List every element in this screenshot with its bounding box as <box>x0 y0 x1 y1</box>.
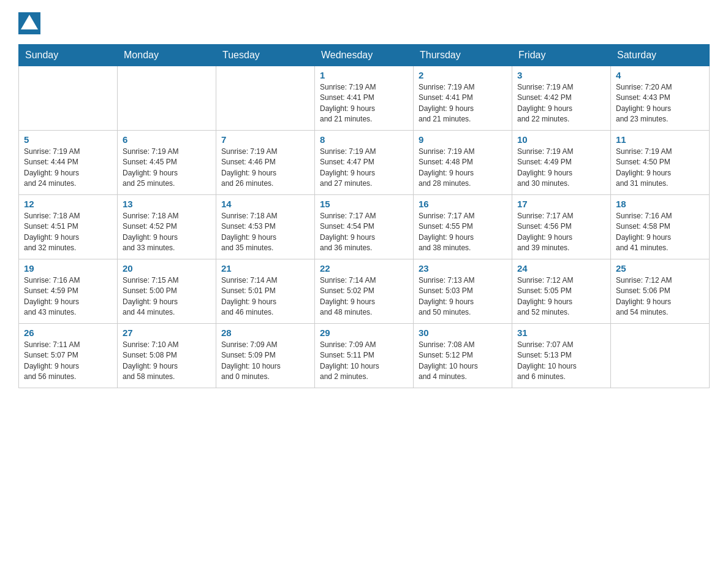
calendar-cell: 14Sunrise: 7:18 AM Sunset: 4:53 PM Dayli… <box>216 195 315 259</box>
day-number: 8 <box>320 134 408 145</box>
calendar-cell: 13Sunrise: 7:18 AM Sunset: 4:52 PM Dayli… <box>118 195 216 259</box>
day-of-week-header: Sunday <box>19 45 118 66</box>
calendar-week-row: 5Sunrise: 7:19 AM Sunset: 4:44 PM Daylig… <box>19 131 710 195</box>
day-info: Sunrise: 7:17 AM Sunset: 4:54 PM Dayligh… <box>320 211 408 254</box>
day-number: 17 <box>517 199 605 209</box>
day-number: 12 <box>24 199 112 209</box>
day-info: Sunrise: 7:09 AM Sunset: 5:09 PM Dayligh… <box>221 340 309 383</box>
day-number: 23 <box>419 263 507 274</box>
day-number: 13 <box>123 199 211 209</box>
day-number: 3 <box>517 70 605 80</box>
day-number: 10 <box>517 134 605 145</box>
calendar-week-row: 1Sunrise: 7:19 AM Sunset: 4:41 PM Daylig… <box>19 66 710 131</box>
day-info: Sunrise: 7:20 AM Sunset: 4:43 PM Dayligh… <box>616 82 704 125</box>
calendar-cell: 27Sunrise: 7:10 AM Sunset: 5:08 PM Dayli… <box>118 324 216 388</box>
calendar-cell: 30Sunrise: 7:08 AM Sunset: 5:12 PM Dayli… <box>414 324 512 388</box>
day-number: 4 <box>616 70 704 80</box>
day-of-week-header: Thursday <box>414 45 512 66</box>
calendar-cell: 20Sunrise: 7:15 AM Sunset: 5:00 PM Dayli… <box>118 259 216 324</box>
day-info: Sunrise: 7:18 AM Sunset: 4:53 PM Dayligh… <box>221 211 309 254</box>
day-number: 11 <box>616 134 704 145</box>
day-number: 30 <box>419 327 507 338</box>
day-of-week-header: Tuesday <box>216 45 315 66</box>
calendar-cell: 6Sunrise: 7:19 AM Sunset: 4:45 PM Daylig… <box>118 131 216 195</box>
day-number: 20 <box>123 263 211 274</box>
day-number: 14 <box>221 199 309 209</box>
day-number: 21 <box>221 263 309 274</box>
calendar-cell: 7Sunrise: 7:19 AM Sunset: 4:46 PM Daylig… <box>216 131 315 195</box>
day-info: Sunrise: 7:14 AM Sunset: 5:01 PM Dayligh… <box>221 275 309 318</box>
day-info: Sunrise: 7:07 AM Sunset: 5:13 PM Dayligh… <box>517 340 605 383</box>
day-number: 16 <box>419 199 507 209</box>
day-info: Sunrise: 7:10 AM Sunset: 5:08 PM Dayligh… <box>123 340 211 383</box>
day-number: 25 <box>616 263 704 274</box>
calendar-cell: 1Sunrise: 7:19 AM Sunset: 4:41 PM Daylig… <box>315 66 414 131</box>
day-number: 22 <box>320 263 408 274</box>
calendar-cell: 18Sunrise: 7:16 AM Sunset: 4:58 PM Dayli… <box>611 195 710 259</box>
calendar-cell: 2Sunrise: 7:19 AM Sunset: 4:41 PM Daylig… <box>414 66 512 131</box>
day-number: 5 <box>24 134 112 145</box>
day-of-week-header: Wednesday <box>315 45 414 66</box>
calendar-cell: 28Sunrise: 7:09 AM Sunset: 5:09 PM Dayli… <box>216 324 315 388</box>
day-number: 15 <box>320 199 408 209</box>
calendar-week-row: 12Sunrise: 7:18 AM Sunset: 4:51 PM Dayli… <box>19 195 710 259</box>
day-info: Sunrise: 7:16 AM Sunset: 4:59 PM Dayligh… <box>24 275 112 318</box>
day-info: Sunrise: 7:16 AM Sunset: 4:58 PM Dayligh… <box>616 211 704 254</box>
calendar-cell: 12Sunrise: 7:18 AM Sunset: 4:51 PM Dayli… <box>19 195 118 259</box>
calendar-cell: 31Sunrise: 7:07 AM Sunset: 5:13 PM Dayli… <box>512 324 611 388</box>
calendar-cell: 11Sunrise: 7:19 AM Sunset: 4:50 PM Dayli… <box>611 131 710 195</box>
day-number: 2 <box>419 70 507 80</box>
logo <box>18 12 43 34</box>
calendar-cell: 24Sunrise: 7:12 AM Sunset: 5:05 PM Dayli… <box>512 259 611 324</box>
day-info: Sunrise: 7:19 AM Sunset: 4:41 PM Dayligh… <box>320 82 408 125</box>
calendar-cell: 10Sunrise: 7:19 AM Sunset: 4:49 PM Dayli… <box>512 131 611 195</box>
calendar-cell: 26Sunrise: 7:11 AM Sunset: 5:07 PM Dayli… <box>19 324 118 388</box>
logo-icon <box>18 12 40 34</box>
calendar-cell <box>19 66 118 131</box>
day-number: 9 <box>419 134 507 145</box>
day-number: 6 <box>123 134 211 145</box>
calendar-cell <box>118 66 216 131</box>
calendar-cell: 16Sunrise: 7:17 AM Sunset: 4:55 PM Dayli… <box>414 195 512 259</box>
day-info: Sunrise: 7:09 AM Sunset: 5:11 PM Dayligh… <box>320 340 408 383</box>
day-number: 31 <box>517 327 605 338</box>
day-of-week-header: Friday <box>512 45 611 66</box>
calendar-cell: 5Sunrise: 7:19 AM Sunset: 4:44 PM Daylig… <box>19 131 118 195</box>
day-number: 28 <box>221 327 309 338</box>
day-info: Sunrise: 7:19 AM Sunset: 4:41 PM Dayligh… <box>419 82 507 125</box>
page-header <box>18 12 710 34</box>
calendar-cell: 15Sunrise: 7:17 AM Sunset: 4:54 PM Dayli… <box>315 195 414 259</box>
day-info: Sunrise: 7:19 AM Sunset: 4:49 PM Dayligh… <box>517 147 605 190</box>
day-info: Sunrise: 7:14 AM Sunset: 5:02 PM Dayligh… <box>320 275 408 318</box>
day-info: Sunrise: 7:17 AM Sunset: 4:55 PM Dayligh… <box>419 211 507 254</box>
day-info: Sunrise: 7:12 AM Sunset: 5:05 PM Dayligh… <box>517 275 605 318</box>
calendar-cell: 21Sunrise: 7:14 AM Sunset: 5:01 PM Dayli… <box>216 259 315 324</box>
day-info: Sunrise: 7:19 AM Sunset: 4:47 PM Dayligh… <box>320 147 408 190</box>
calendar-cell: 19Sunrise: 7:16 AM Sunset: 4:59 PM Dayli… <box>19 259 118 324</box>
calendar-cell: 9Sunrise: 7:19 AM Sunset: 4:48 PM Daylig… <box>414 131 512 195</box>
calendar-cell: 23Sunrise: 7:13 AM Sunset: 5:03 PM Dayli… <box>414 259 512 324</box>
calendar-table: SundayMondayTuesdayWednesdayThursdayFrid… <box>18 44 710 388</box>
calendar-week-row: 26Sunrise: 7:11 AM Sunset: 5:07 PM Dayli… <box>19 324 710 388</box>
day-info: Sunrise: 7:13 AM Sunset: 5:03 PM Dayligh… <box>419 275 507 318</box>
day-number: 24 <box>517 263 605 274</box>
day-info: Sunrise: 7:19 AM Sunset: 4:45 PM Dayligh… <box>123 147 211 190</box>
day-info: Sunrise: 7:18 AM Sunset: 4:52 PM Dayligh… <box>123 211 211 254</box>
day-info: Sunrise: 7:17 AM Sunset: 4:56 PM Dayligh… <box>517 211 605 254</box>
calendar-cell: 3Sunrise: 7:19 AM Sunset: 4:42 PM Daylig… <box>512 66 611 131</box>
day-info: Sunrise: 7:19 AM Sunset: 4:44 PM Dayligh… <box>24 147 112 190</box>
calendar-cell: 29Sunrise: 7:09 AM Sunset: 5:11 PM Dayli… <box>315 324 414 388</box>
calendar-week-row: 19Sunrise: 7:16 AM Sunset: 4:59 PM Dayli… <box>19 259 710 324</box>
calendar-cell <box>611 324 710 388</box>
day-info: Sunrise: 7:15 AM Sunset: 5:00 PM Dayligh… <box>123 275 211 318</box>
day-info: Sunrise: 7:19 AM Sunset: 4:48 PM Dayligh… <box>419 147 507 190</box>
calendar-cell <box>216 66 315 131</box>
day-info: Sunrise: 7:19 AM Sunset: 4:42 PM Dayligh… <box>517 82 605 125</box>
day-of-week-header: Monday <box>118 45 216 66</box>
day-info: Sunrise: 7:12 AM Sunset: 5:06 PM Dayligh… <box>616 275 704 318</box>
day-number: 27 <box>123 327 211 338</box>
day-info: Sunrise: 7:19 AM Sunset: 4:46 PM Dayligh… <box>221 147 309 190</box>
day-info: Sunrise: 7:11 AM Sunset: 5:07 PM Dayligh… <box>24 340 112 383</box>
day-number: 29 <box>320 327 408 338</box>
calendar-header-row: SundayMondayTuesdayWednesdayThursdayFrid… <box>19 45 710 66</box>
